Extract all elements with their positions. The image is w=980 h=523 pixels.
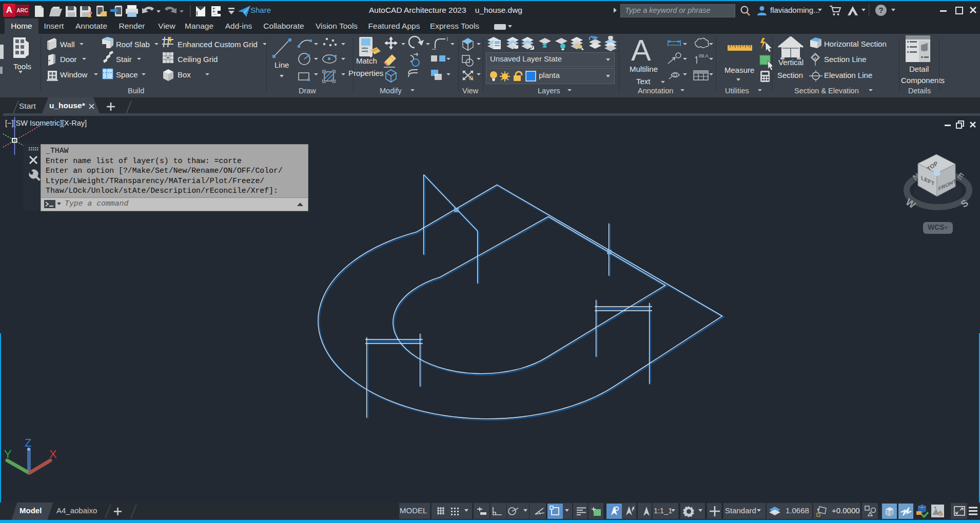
svg-text:Z: Z	[25, 436, 31, 449]
svg-text:Y: Y	[4, 448, 12, 460]
svg-text:X: X	[49, 448, 57, 460]
svg-text:09.A: 09.A	[699, 53, 709, 58]
svg-text:A: A	[814, 56, 817, 60]
